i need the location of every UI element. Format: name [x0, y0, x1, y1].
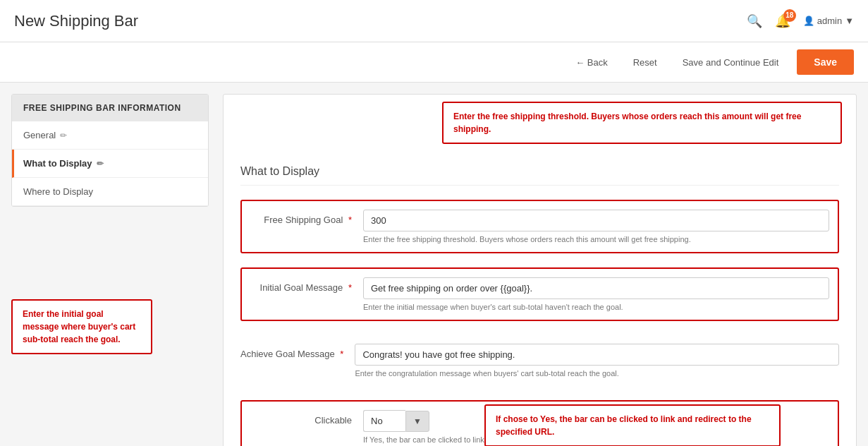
sidebar: FREE SHIPPING BAR INFORMATION General ✏ …	[11, 94, 209, 207]
sidebar-label-where-to-display: Where to Display	[23, 186, 93, 197]
sidebar-item-what-to-display[interactable]: What to Display ✏	[12, 150, 208, 178]
hint-achieve-goal-message: Enter the congratulation message when bu…	[355, 369, 839, 378]
save-button[interactable]: Save	[797, 49, 854, 75]
admin-menu-button[interactable]: 👤 admin ▼	[803, 16, 854, 26]
label-clickable: Clickable	[250, 410, 363, 426]
header-icons: 🔍 🔔 18 👤 admin ▼	[747, 13, 854, 29]
notification-badge: 18	[783, 9, 796, 22]
edit-icon-what-to-display: ✏	[97, 159, 104, 169]
hint-free-shipping-goal: Enter the free shipping threshold. Buyer…	[363, 235, 829, 243]
top-header: New Shipping Bar 🔍 🔔 18 👤 admin ▼	[0, 0, 868, 42]
form-group-initial-goal-message: Initial Goal Message * Enter the initial…	[240, 267, 839, 321]
sidebar-label-general: General	[23, 130, 56, 140]
sidebar-section-title: FREE SHIPPING BAR INFORMATION	[12, 95, 208, 121]
content-area: Enter the free shipping threshold. Buyer…	[223, 94, 857, 446]
required-star: *	[348, 215, 352, 225]
search-icon: 🔍	[747, 13, 762, 29]
admin-label: admin	[817, 16, 842, 26]
action-bar: ← Back Reset Save and Continue Edit Save	[0, 42, 868, 83]
hint-initial-goal-message: Enter the initial message when buyer's c…	[363, 303, 829, 311]
chevron-down-icon: ▼	[845, 16, 854, 26]
achieve-goal-message-input[interactable]	[355, 344, 839, 366]
reset-button[interactable]: Reset	[626, 53, 664, 72]
tooltip-threshold: Enter the free shipping threshold. Buyer…	[442, 102, 842, 144]
main-content: FREE SHIPPING BAR INFORMATION General ✏ …	[0, 94, 868, 446]
notifications-button[interactable]: 🔔 18	[775, 13, 790, 29]
input-wrap-initial-goal-message: Enter the initial message when buyer's c…	[363, 277, 829, 311]
section-title-what-to-display: What to Display	[240, 165, 839, 186]
form-group-free-shipping-goal: Free Shipping Goal * Enter the free ship…	[240, 200, 839, 253]
clickable-select[interactable]: No Yes	[363, 410, 405, 432]
input-wrap-free-shipping-goal: Enter the free shipping threshold. Buyer…	[363, 210, 829, 243]
form-group-achieve-goal-message: Achieve Goal Message * Enter the congrat…	[240, 335, 839, 386]
required-star-2: *	[348, 282, 352, 293]
sidebar-item-where-to-display[interactable]: Where to Display	[12, 178, 208, 206]
sidebar-item-general[interactable]: General ✏	[12, 121, 208, 150]
search-button[interactable]: 🔍	[747, 13, 762, 29]
tooltip-initial-message: Enter the initial goal message where buy…	[11, 299, 152, 354]
required-star-3: *	[340, 349, 343, 359]
user-icon: 👤	[803, 16, 814, 26]
input-wrap-achieve-goal-message: Enter the congratulation message when bu…	[355, 344, 839, 378]
initial-goal-message-input[interactable]	[363, 277, 829, 299]
edit-icon-general: ✏	[60, 131, 67, 140]
label-initial-goal-message: Initial Goal Message *	[250, 277, 363, 293]
label-achieve-goal-message: Achieve Goal Message *	[240, 344, 355, 359]
save-continue-button[interactable]: Save and Continue Edit	[676, 53, 786, 72]
back-button[interactable]: ← Back	[568, 53, 615, 72]
page-title: New Shipping Bar	[14, 12, 138, 30]
sidebar-label-what-to-display: What to Display	[23, 158, 92, 169]
select-arrow-icon[interactable]: ▼	[405, 411, 429, 432]
free-shipping-goal-input[interactable]	[363, 210, 829, 231]
label-free-shipping-goal: Free Shipping Goal *	[250, 210, 363, 225]
tooltip-clickable: If chose to Yes, the bar can be clicked …	[484, 404, 781, 446]
